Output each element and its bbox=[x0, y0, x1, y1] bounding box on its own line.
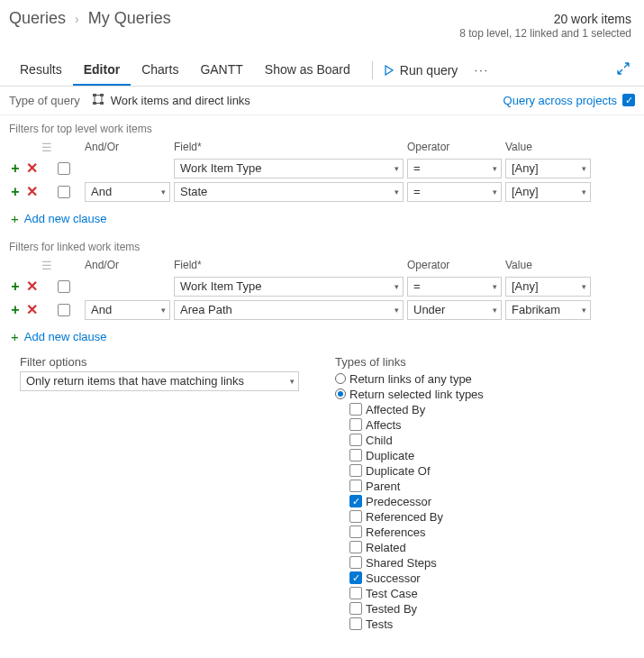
link-type-item[interactable]: Affected By bbox=[335, 402, 635, 417]
add-clause-top[interactable]: + Add new clause bbox=[0, 204, 644, 233]
link-type-item[interactable]: Duplicate bbox=[335, 448, 635, 463]
checkbox[interactable] bbox=[349, 418, 362, 431]
link-type-item[interactable]: Test Case bbox=[335, 586, 635, 601]
sort-icon: ☰ bbox=[41, 141, 54, 154]
link-type-item[interactable]: Related bbox=[335, 540, 635, 555]
breadcrumb-current[interactable]: My Queries bbox=[88, 9, 171, 28]
field-select[interactable]: Area Path▾ bbox=[174, 300, 404, 320]
add-row-button[interactable]: + bbox=[9, 303, 22, 317]
remove-row-button[interactable]: ✕ bbox=[25, 303, 38, 317]
remove-row-button[interactable]: ✕ bbox=[25, 279, 38, 294]
link-type-item[interactable]: Predecessor bbox=[335, 494, 635, 509]
radio-label: Return links of any type bbox=[349, 372, 472, 386]
checkbox[interactable] bbox=[349, 541, 362, 553]
header-operator: Operator bbox=[407, 259, 502, 273]
type-of-query-value[interactable]: Work items and direct links bbox=[111, 94, 250, 107]
checkbox[interactable] bbox=[349, 602, 362, 615]
expand-button[interactable] bbox=[617, 62, 635, 78]
filter-row: +✕Work Item Type▾=▾[Any]▾ bbox=[0, 157, 644, 180]
tab-editor[interactable]: Editor bbox=[73, 55, 131, 86]
row-checkbox[interactable] bbox=[58, 186, 70, 198]
add-row-button[interactable]: + bbox=[9, 161, 22, 176]
checkbox[interactable] bbox=[349, 556, 362, 569]
checkbox[interactable] bbox=[349, 495, 362, 507]
checkbox[interactable] bbox=[349, 617, 362, 630]
svg-rect-3 bbox=[100, 102, 104, 105]
filter-options-select[interactable]: Only return items that have matching lin… bbox=[20, 371, 299, 391]
link-type-item[interactable]: Tested By bbox=[335, 601, 635, 617]
checkbox[interactable] bbox=[349, 403, 362, 416]
link-type-label: Tests bbox=[366, 617, 393, 631]
field-select[interactable]: Work Item Type▾ bbox=[174, 159, 404, 178]
link-type-label: Duplicate Of bbox=[366, 464, 431, 478]
link-type-item[interactable]: Tests bbox=[335, 617, 635, 632]
chevron-down-icon: ▾ bbox=[290, 377, 295, 386]
field-select[interactable]: Work Item Type▾ bbox=[174, 277, 404, 297]
checkbox[interactable] bbox=[349, 587, 362, 599]
andor-select[interactable]: And▾ bbox=[85, 300, 170, 320]
add-row-button[interactable]: + bbox=[9, 279, 22, 294]
checkbox[interactable] bbox=[349, 510, 362, 523]
chevron-down-icon: ▾ bbox=[582, 282, 586, 291]
link-type-item[interactable]: Referenced By bbox=[335, 509, 635, 525]
radio-icon bbox=[335, 373, 346, 384]
tab-bar: ResultsEditorChartsGANTTShow as Board Ru… bbox=[0, 41, 644, 87]
link-type-label: References bbox=[366, 525, 425, 539]
run-query-button[interactable]: Run query bbox=[384, 63, 458, 78]
svg-rect-0 bbox=[93, 94, 96, 96]
field-select[interactable]: State▾ bbox=[174, 182, 404, 202]
query-across-projects-checkbox[interactable] bbox=[622, 94, 635, 106]
tab-results[interactable]: Results bbox=[9, 55, 73, 86]
type-of-query-label: Type of query bbox=[9, 94, 80, 107]
chevron-down-icon: ▾ bbox=[582, 164, 586, 173]
value-select[interactable]: [Any]▾ bbox=[505, 277, 591, 297]
row-checkbox[interactable] bbox=[58, 304, 70, 316]
tab-gantt[interactable]: GANTT bbox=[189, 55, 253, 86]
chevron-down-icon: ▾ bbox=[395, 306, 399, 315]
andor-select[interactable]: And▾ bbox=[85, 182, 170, 202]
value-select[interactable]: [Any]▾ bbox=[505, 182, 591, 202]
link-type-item[interactable]: Child bbox=[335, 433, 635, 448]
chevron-right-icon: › bbox=[75, 12, 79, 26]
link-radio[interactable]: Return links of any type bbox=[335, 371, 635, 387]
chevron-down-icon: ▾ bbox=[395, 187, 399, 196]
checkbox[interactable] bbox=[349, 434, 362, 446]
checkbox[interactable] bbox=[349, 449, 362, 462]
checkbox[interactable] bbox=[349, 480, 362, 492]
filter-row: +✕Work Item Type▾=▾[Any]▾ bbox=[0, 275, 644, 298]
value-select[interactable]: Fabrikam▾ bbox=[505, 300, 591, 320]
link-type-item[interactable]: References bbox=[335, 525, 635, 540]
chevron-down-icon: ▾ bbox=[493, 164, 497, 173]
link-type-item[interactable]: Duplicate Of bbox=[335, 463, 635, 479]
tab-charts[interactable]: Charts bbox=[131, 55, 189, 86]
link-type-label: Predecessor bbox=[366, 495, 431, 508]
link-type-item[interactable]: Successor bbox=[335, 571, 635, 586]
link-type-label: Shared Steps bbox=[366, 556, 437, 570]
link-type-item[interactable]: Parent bbox=[335, 479, 635, 494]
remove-row-button[interactable]: ✕ bbox=[25, 185, 38, 199]
header-andor: And/Or bbox=[85, 259, 170, 273]
link-type-item[interactable]: Affects bbox=[335, 417, 635, 433]
checkbox[interactable] bbox=[349, 464, 362, 477]
add-row-button[interactable]: + bbox=[9, 185, 22, 199]
link-type-label: Affects bbox=[366, 418, 402, 432]
operator-select[interactable]: Under▾ bbox=[407, 300, 502, 320]
row-checkbox[interactable] bbox=[58, 162, 70, 175]
chevron-down-icon: ▾ bbox=[161, 306, 166, 315]
checkbox[interactable] bbox=[349, 525, 362, 538]
link-radio[interactable]: Return selected link types bbox=[335, 387, 635, 402]
remove-row-button[interactable]: ✕ bbox=[25, 161, 38, 176]
value-select[interactable]: [Any]▾ bbox=[505, 159, 591, 178]
row-checkbox[interactable] bbox=[58, 280, 70, 293]
breadcrumb-root[interactable]: Queries bbox=[9, 9, 66, 28]
add-clause-linked[interactable]: + Add new clause bbox=[0, 322, 644, 352]
operator-select[interactable]: =▾ bbox=[407, 159, 502, 178]
tab-show-as-board[interactable]: Show as Board bbox=[254, 55, 361, 86]
operator-select[interactable]: =▾ bbox=[407, 182, 502, 202]
operator-select[interactable]: =▾ bbox=[407, 277, 502, 297]
more-actions-button[interactable]: ··· bbox=[474, 63, 489, 77]
checkbox[interactable] bbox=[349, 571, 362, 584]
header-andor: And/Or bbox=[85, 141, 170, 155]
link-type-item[interactable]: Shared Steps bbox=[335, 555, 635, 571]
link-type-label: Tested By bbox=[366, 602, 417, 616]
